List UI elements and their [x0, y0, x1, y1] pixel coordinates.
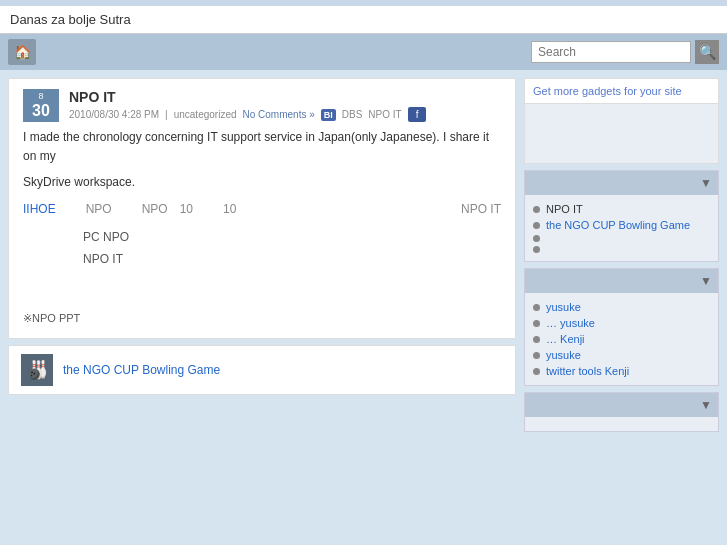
post-category: uncategorized: [174, 109, 237, 120]
sidebar-section2-content: yusuke … yusuke … Kenji yusuke twitter t…: [525, 293, 718, 385]
sidebar-gadget-link[interactable]: Get more gadgets for your site: [525, 79, 718, 103]
post-comments[interactable]: No Comments »: [243, 109, 315, 120]
search-icon: 🔍: [699, 44, 716, 60]
content-area: 8 30 NPO IT 2010/08/30 4:28 PM | uncateg…: [8, 78, 516, 395]
site-title: Danas za bolje Sutra: [0, 6, 727, 34]
post-note: ※NPO PPT: [23, 310, 501, 328]
sidebar-section2-header[interactable]: ▼: [525, 269, 718, 293]
sidebar-item-label[interactable]: … yusuke: [546, 317, 595, 329]
spacer: [266, 200, 431, 219]
home-button[interactable]: 🏠: [8, 39, 36, 65]
post-body: I made the chronology concerning IT supp…: [23, 128, 501, 328]
sidebar-gadget-area: [525, 103, 718, 163]
list-item: … Kenji: [533, 331, 710, 347]
chevron-down-icon: ▼: [700, 176, 712, 190]
sidebar-section1-header[interactable]: ▼: [525, 171, 718, 195]
bullet-icon: [533, 336, 540, 343]
post-body-line2: SkyDrive workspace.: [23, 173, 501, 192]
post-body-line1: I made the chronology concerning IT supp…: [23, 128, 501, 166]
list-item: yusuke: [533, 299, 710, 315]
post-dbs: DBS: [342, 109, 363, 120]
post-meta: NPO IT 2010/08/30 4:28 PM | uncategorize…: [69, 89, 501, 122]
bullet-icon: [533, 320, 540, 327]
list-item: twitter tools Kenji: [533, 363, 710, 379]
list-item: the NGO CUP Bowling Game: [533, 217, 710, 233]
sidebar-section1: ▼ NPO IT the NGO CUP Bowling Game: [524, 170, 719, 262]
bullet-icon: [533, 235, 540, 242]
list-item: [533, 233, 710, 244]
facebook-button[interactable]: f: [408, 107, 427, 122]
post-header: 8 30 NPO IT 2010/08/30 4:28 PM | uncateg…: [23, 89, 501, 122]
link-npo: NPO: [86, 200, 112, 219]
small-thumb: 🎳: [21, 354, 53, 386]
post-info: 2010/08/30 4:28 PM | uncategorized No Co…: [69, 107, 501, 122]
bullet-icon: [533, 222, 540, 229]
sub-line2: NPO IT: [83, 249, 501, 271]
home-icon: 🏠: [14, 44, 31, 60]
main-layout: 8 30 NPO IT 2010/08/30 4:28 PM | uncateg…: [0, 70, 727, 440]
search-button[interactable]: 🔍: [695, 40, 719, 64]
bullet-icon: [533, 368, 540, 375]
list-item: NPO IT: [533, 201, 710, 217]
post-title: NPO IT: [69, 89, 501, 105]
bullet-icon: [533, 246, 540, 253]
bullet-icon: [533, 304, 540, 311]
chevron-down-icon: ▼: [700, 398, 712, 412]
post-links-row: IIHOE NPO NPO 10 10 NPO IT: [23, 200, 501, 219]
link-npo10: NPO 10: [142, 200, 193, 219]
post-date: 2010/08/30 4:28 PM: [69, 109, 159, 120]
sidebar: Get more gadgets for your site ▼ NPO IT …: [524, 78, 719, 432]
search-input[interactable]: [531, 41, 691, 63]
post-card-main: 8 30 NPO IT 2010/08/30 4:28 PM | uncateg…: [8, 78, 516, 339]
chevron-down-icon: ▼: [700, 274, 712, 288]
sidebar-item-label[interactable]: … Kenji: [546, 333, 585, 345]
post-date-box: 8 30: [23, 89, 59, 122]
post-date-month: 8: [27, 91, 55, 101]
sidebar-item-label[interactable]: the NGO CUP Bowling Game: [546, 219, 690, 231]
list-item: yusuke: [533, 347, 710, 363]
sidebar-item-label[interactable]: yusuke: [546, 301, 581, 313]
post-separator1: |: [165, 109, 168, 120]
link-10: 10: [223, 200, 236, 219]
sub-line1: PC NPO: [83, 227, 501, 249]
nav-bar: 🏠 🔍: [0, 34, 727, 70]
bullet-icon: [533, 352, 540, 359]
bowling-icon: 🎳: [26, 359, 48, 381]
sidebar-item-label[interactable]: twitter tools Kenji: [546, 365, 629, 377]
badge-bi: BI: [321, 109, 336, 121]
list-item: [533, 244, 710, 255]
post-card-small: 🎳 the NGO CUP Bowling Game: [8, 345, 516, 395]
link-iihoe[interactable]: IIHOE: [23, 200, 56, 219]
sidebar-bottom-section: ▼: [524, 392, 719, 432]
link-npo-it: NPO IT: [461, 200, 501, 219]
small-post-title[interactable]: the NGO CUP Bowling Game: [63, 363, 220, 377]
search-area: 🔍: [531, 40, 719, 64]
sidebar-item-label[interactable]: yusuke: [546, 349, 581, 361]
sidebar-gadget-widget: Get more gadgets for your site: [524, 78, 719, 164]
sidebar-bottom-header[interactable]: ▼: [525, 393, 718, 417]
bullet-icon: [533, 206, 540, 213]
sidebar-section2: ▼ yusuke … yusuke … Kenji yusuke: [524, 268, 719, 386]
sub-lines: PC NPO NPO IT: [83, 227, 501, 270]
sidebar-section1-content: NPO IT the NGO CUP Bowling Game: [525, 195, 718, 261]
list-item: … yusuke: [533, 315, 710, 331]
post-npo-it: NPO IT: [368, 109, 401, 120]
post-date-day: 30: [27, 101, 55, 120]
sidebar-item-label: NPO IT: [546, 203, 583, 215]
